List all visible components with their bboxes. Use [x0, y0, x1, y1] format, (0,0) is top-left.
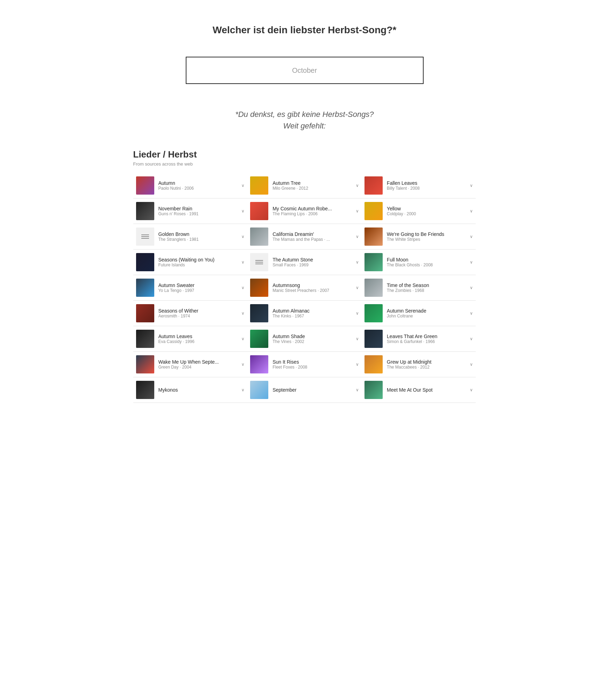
list-item[interactable]: Autumn SweaterYo La Tengo · 1997∨ — [133, 275, 248, 301]
page-title: Welcher ist dein liebster Herbst-Song?* — [133, 24, 476, 36]
list-item[interactable]: Seasons of WitherAerosmith · 1974∨ — [133, 301, 248, 326]
list-item[interactable]: Meet Me At Our Spot∨ — [362, 377, 476, 403]
song-thumbnail — [364, 253, 383, 271]
song-artist: Eva Cassidy · 1996 — [158, 339, 238, 344]
list-item[interactable]: Autumn SerenadeJohn Coltrane∨ — [362, 301, 476, 326]
chevron-down-icon[interactable]: ∨ — [356, 336, 359, 341]
chevron-down-icon[interactable]: ∨ — [241, 183, 245, 188]
song-info: Autumn TreeMilo Greene · 2012 — [272, 180, 352, 191]
list-item[interactable]: Wake Me Up When Septe...Green Day · 2004… — [133, 352, 248, 377]
song-artist: Future Islands — [158, 262, 238, 267]
song-thumbnail — [364, 304, 383, 322]
chevron-down-icon[interactable]: ∨ — [470, 260, 473, 265]
song-thumbnail — [136, 202, 154, 220]
song-title: Mykonos — [158, 387, 238, 393]
list-item[interactable]: Golden BrownThe Stranglers · 1981∨ — [133, 224, 248, 250]
song-title: Autumn Leaves — [158, 334, 238, 339]
chevron-down-icon[interactable]: ∨ — [356, 387, 359, 392]
song-artist: Coldplay · 2000 — [387, 211, 466, 216]
song-title: Grew Up at Midnight — [387, 359, 466, 365]
song-thumbnail — [250, 227, 268, 246]
list-item[interactable]: November RainGuns n' Roses · 1991∨ — [133, 198, 248, 224]
chevron-down-icon[interactable]: ∨ — [356, 209, 359, 214]
song-thumbnail — [364, 330, 383, 348]
song-title: Leaves That Are Green — [387, 334, 466, 339]
list-item[interactable]: Fallen LeavesBilly Talent · 2008∨ — [362, 173, 476, 198]
song-title: We're Going to Be Friends — [387, 231, 466, 237]
song-thumbnail — [364, 227, 383, 246]
chevron-down-icon[interactable]: ∨ — [241, 234, 245, 239]
chevron-down-icon[interactable]: ∨ — [241, 362, 245, 367]
song-title: November Rain — [158, 206, 238, 211]
chevron-down-icon[interactable]: ∨ — [356, 311, 359, 316]
song-thumbnail — [364, 355, 383, 373]
list-item[interactable]: AutumnsongManic Street Preachers · 2007∨ — [247, 275, 362, 301]
chevron-down-icon[interactable]: ∨ — [241, 387, 245, 392]
list-item[interactable]: Full MoonThe Black Ghosts · 2008∨ — [362, 250, 476, 275]
chevron-down-icon[interactable]: ∨ — [470, 234, 473, 239]
song-title: Autumn Sweater — [158, 282, 238, 288]
list-item[interactable]: The Autumn StoneSmall Faces · 1969∨ — [247, 250, 362, 275]
song-title: The Autumn Stone — [272, 257, 352, 262]
song-artist: John Coltrane — [387, 314, 466, 318]
song-artist: The Flaming Lips · 2006 — [272, 211, 352, 216]
song-title: Seasons of Wither — [158, 308, 238, 314]
chevron-down-icon[interactable]: ∨ — [241, 311, 245, 316]
chevron-down-icon[interactable]: ∨ — [356, 260, 359, 265]
song-artist: Yo La Tengo · 1997 — [158, 288, 238, 293]
chevron-down-icon[interactable]: ∨ — [241, 336, 245, 341]
list-item[interactable]: YellowColdplay · 2000∨ — [362, 198, 476, 224]
chevron-down-icon[interactable]: ∨ — [470, 311, 473, 316]
song-title: Golden Brown — [158, 231, 238, 237]
chevron-down-icon[interactable]: ∨ — [470, 336, 473, 341]
song-info: Mykonos — [158, 387, 238, 393]
list-item[interactable]: Seasons (Waiting on You)Future Islands∨ — [133, 250, 248, 275]
song-thumbnail — [250, 330, 268, 348]
chevron-down-icon[interactable]: ∨ — [356, 183, 359, 188]
list-item[interactable]: Sun It RisesFleet Foxes · 2008∨ — [247, 352, 362, 377]
song-info: Sun It RisesFleet Foxes · 2008 — [272, 359, 352, 370]
song-title: Time of the Season — [387, 282, 466, 288]
list-item[interactable]: Leaves That Are GreenSimon & Garfunkel ·… — [362, 326, 476, 352]
list-item[interactable]: We're Going to Be FriendsThe White Strip… — [362, 224, 476, 250]
list-item[interactable]: Autumn TreeMilo Greene · 2012∨ — [247, 173, 362, 198]
song-artist: Paolo Nutini · 2006 — [158, 186, 238, 191]
chevron-down-icon[interactable]: ∨ — [470, 209, 473, 214]
chevron-down-icon[interactable]: ∨ — [241, 209, 245, 214]
chevron-down-icon[interactable]: ∨ — [356, 285, 359, 290]
song-info: Wake Me Up When Septe...Green Day · 2004 — [158, 359, 238, 370]
list-item[interactable]: Grew Up at MidnightThe Maccabees · 2012∨ — [362, 352, 476, 377]
chevron-down-icon[interactable]: ∨ — [241, 260, 245, 265]
chevron-down-icon[interactable]: ∨ — [470, 387, 473, 392]
song-thumbnail — [136, 355, 154, 373]
chevron-down-icon[interactable]: ∨ — [356, 234, 359, 239]
subtitle: *Du denkst, es gibt keine Herbst-Songs? … — [133, 108, 476, 132]
list-item[interactable]: Time of the SeasonThe Zombies · 1968∨ — [362, 275, 476, 301]
chevron-down-icon[interactable]: ∨ — [241, 285, 245, 290]
song-input[interactable] — [186, 57, 424, 84]
song-artist: The Maccabees · 2012 — [387, 365, 466, 370]
chevron-down-icon[interactable]: ∨ — [356, 362, 359, 367]
list-item[interactable]: My Cosmic Autumn Robe...The Flaming Lips… — [247, 198, 362, 224]
song-artist: Green Day · 2004 — [158, 365, 238, 370]
song-info: Autumn AlmanacThe Kinks · 1967 — [272, 308, 352, 318]
list-item[interactable]: AutumnPaolo Nutini · 2006∨ — [133, 173, 248, 198]
song-artist: The Kinks · 1967 — [272, 314, 352, 318]
song-info: Autumn SerenadeJohn Coltrane — [387, 308, 466, 318]
song-thumbnail — [136, 253, 154, 271]
list-item[interactable]: September∨ — [247, 377, 362, 403]
list-item[interactable]: Autumn ShadeThe Vines · 2002∨ — [247, 326, 362, 352]
section-subheading: From sources across the web — [133, 161, 476, 167]
list-item[interactable]: California Dreamin'The Mamas and the Pap… — [247, 224, 362, 250]
song-info: Autumn ShadeThe Vines · 2002 — [272, 334, 352, 344]
chevron-down-icon[interactable]: ∨ — [470, 285, 473, 290]
song-title: Autumn Almanac — [272, 308, 352, 314]
list-item[interactable]: Autumn LeavesEva Cassidy · 1996∨ — [133, 326, 248, 352]
song-artist: The Stranglers · 1981 — [158, 237, 238, 242]
song-info: September — [272, 387, 352, 393]
list-item[interactable]: Mykonos∨ — [133, 377, 248, 403]
chevron-down-icon[interactable]: ∨ — [470, 183, 473, 188]
song-thumbnail — [250, 202, 268, 220]
chevron-down-icon[interactable]: ∨ — [470, 362, 473, 367]
list-item[interactable]: Autumn AlmanacThe Kinks · 1967∨ — [247, 301, 362, 326]
